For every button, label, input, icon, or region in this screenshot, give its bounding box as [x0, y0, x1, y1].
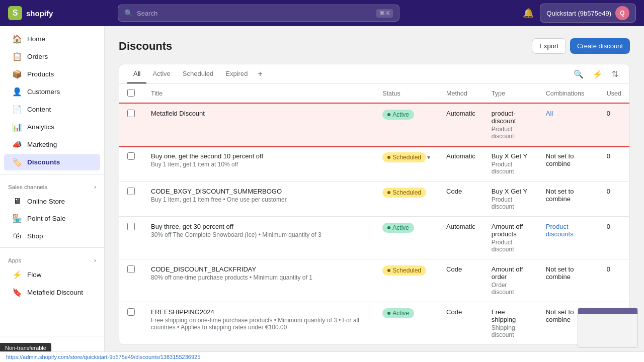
row-status-cell: Scheduled ▾	[374, 146, 438, 182]
table-header: Title Status Method Type Combinations Us…	[119, 84, 629, 104]
notifications-button[interactable]: 🔔	[523, 8, 534, 19]
row-checkbox[interactable]	[127, 308, 135, 316]
search-input[interactable]	[137, 10, 372, 17]
row-title-cell: Buy three, get 30 percent off 30% off Th…	[143, 217, 374, 259]
row-checkbox-cell	[119, 104, 143, 146]
row-checkbox[interactable]	[127, 223, 135, 230]
sort-button[interactable]: ⇅	[609, 67, 621, 81]
store-selector[interactable]: Quickstart (9b575e49) Q	[540, 4, 636, 23]
row-checkbox[interactable]	[127, 152, 135, 160]
sidebar-item-discounts[interactable]: 🏷️ Discounts	[4, 154, 100, 170]
combinations-col-header: Combinations	[538, 84, 599, 104]
row-title: Buy one, get the second 10 percent off	[151, 152, 366, 160]
row-title-cell: Metafield Discount	[143, 104, 374, 146]
row-type-primary: Free shipping	[492, 308, 530, 323]
row-method-cell: Code	[438, 259, 484, 302]
row-used-cell: 0	[599, 259, 629, 302]
sidebar-item-content[interactable]: 📄 Content	[4, 101, 100, 118]
sidebar-item-online-store[interactable]: 🖥 Online Store	[4, 193, 100, 209]
row-subtitle: 80% off one-time purchase products • Min…	[151, 274, 366, 281]
row-checkbox[interactable]	[127, 110, 135, 117]
sidebar-item-products[interactable]: 📦 Products	[4, 66, 100, 82]
table-row[interactable]: Buy three, get 30 percent off 30% off Th…	[119, 217, 629, 259]
sidebar-item-home[interactable]: 🏠 Home	[4, 31, 100, 47]
sidebar-item-label: Point of Sale	[27, 215, 66, 222]
table-row[interactable]: FREESHIPPING2024 Free shipping on one-ti…	[119, 302, 629, 345]
filter-button[interactable]: ⚡	[590, 67, 606, 81]
row-checkbox-cell	[119, 182, 143, 217]
status-url: https://admin.shopify.com/store/quicksta…	[6, 354, 200, 360]
row-subtitle: Free shipping on one-time purchase produ…	[151, 317, 366, 331]
sidebar-item-label: Metafield Discount	[27, 289, 83, 296]
search-filter-button[interactable]: 🔍	[571, 67, 587, 81]
sidebar-item-customers[interactable]: 👤 Customers	[4, 83, 100, 100]
sidebar-item-flow[interactable]: ⚡ Flow	[4, 266, 100, 283]
sidebar-item-label: Content	[27, 106, 51, 113]
sidebar-item-marketing[interactable]: 📣 Marketing	[4, 136, 100, 153]
sidebar-item-analytics[interactable]: 📊 Analytics	[4, 119, 100, 135]
row-title: Metafield Discount	[151, 110, 366, 117]
logo-text: shopify	[26, 9, 53, 18]
status-col-header: Status	[374, 84, 438, 104]
row-used-cell: 0	[599, 146, 629, 182]
tab-active[interactable]: Active	[146, 65, 176, 83]
tab-scheduled[interactable]: Scheduled	[177, 65, 219, 83]
row-type-cell: product-discount Product discount	[484, 104, 538, 146]
table-row[interactable]: Buy one, get the second 10 percent off B…	[119, 146, 629, 182]
row-combinations: Not set to combine	[546, 188, 574, 203]
title-col-header: Title	[143, 84, 374, 104]
filter-icon: ⚡	[593, 69, 603, 79]
export-button[interactable]: Export	[532, 38, 566, 54]
sidebar-item-shop[interactable]: 🛍 Shop	[4, 228, 100, 244]
table-row[interactable]: CODE_DISCOUNT_BLACKFRIDAY 80% off one-ti…	[119, 259, 629, 302]
flow-icon: ⚡	[12, 270, 22, 280]
avatar: Q	[615, 6, 629, 20]
logo[interactable]: S shopify	[8, 6, 53, 20]
row-type-secondary: Order discount	[492, 282, 530, 296]
sidebar-item-label: Marketing	[27, 141, 57, 148]
tab-all[interactable]: All	[127, 65, 146, 83]
search-shortcut: ⌘ K	[376, 9, 393, 18]
create-discount-button[interactable]: Create discount	[570, 38, 630, 54]
row-title: FREESHIPPING2024	[151, 308, 366, 316]
sidebar-item-orders[interactable]: 📋 Orders	[4, 48, 100, 65]
table-row[interactable]: Metafield Discount Active Automatic prod…	[119, 104, 629, 146]
status-dropdown-arrow[interactable]: ▾	[427, 154, 430, 161]
row-subtitle: 30% off The Complete Snowboard (Ice) • M…	[151, 231, 366, 238]
row-combinations-cell: Product discounts	[538, 217, 599, 259]
sales-channels-expand-icon[interactable]: ›	[94, 184, 96, 191]
row-title: Buy three, get 30 percent off	[151, 223, 366, 230]
row-title-cell: CODE_BXGY_DISCOUNT_SUMMERBOGO Buy 1 item…	[143, 182, 374, 217]
row-status-cell: Scheduled	[374, 182, 438, 217]
sidebar-item-point-of-sale[interactable]: 🏪 Point of Sale	[4, 210, 100, 227]
tab-add-button[interactable]: +	[254, 64, 266, 83]
apps-expand-icon[interactable]: ›	[94, 257, 96, 264]
row-method-cell: Code	[438, 302, 484, 345]
sidebar-item-metafield-discount[interactable]: 🔖 Metafield Discount	[4, 284, 100, 301]
row-combinations: Product discounts	[546, 223, 574, 238]
status-badge: Active	[382, 308, 414, 318]
row-status-cell: Active	[374, 302, 438, 345]
main-content: Discounts Export Create discount All Act…	[105, 26, 644, 362]
row-type-primary: Amount off order	[492, 265, 530, 281]
status-badge: Active	[382, 223, 414, 233]
select-all-checkbox[interactable]	[127, 89, 135, 97]
row-title-cell: FREESHIPPING2024 Free shipping on one-ti…	[143, 302, 374, 345]
row-subtitle: Buy 1 item, get 1 item free • One use pe…	[151, 196, 366, 203]
row-checkbox-cell	[119, 217, 143, 259]
row-type-primary: Amount off products	[492, 223, 530, 238]
store-name: Quickstart (9b575e49)	[546, 10, 611, 17]
home-icon: 🏠	[12, 34, 22, 44]
row-type-primary: Buy X Get Y	[492, 152, 530, 160]
marketing-icon: 📣	[12, 140, 22, 149]
row-checkbox[interactable]	[127, 265, 135, 273]
sidebar-item-label: Orders	[27, 53, 48, 60]
tab-expired[interactable]: Expired	[219, 65, 254, 83]
shopify-logo-icon: S	[8, 6, 22, 20]
row-checkbox-cell	[119, 146, 143, 182]
row-checkbox-cell	[119, 259, 143, 302]
table-row[interactable]: CODE_BXGY_DISCOUNT_SUMMERBOGO Buy 1 item…	[119, 182, 629, 217]
row-checkbox[interactable]	[127, 188, 135, 195]
status-badge: Scheduled	[382, 265, 426, 276]
search-bar[interactable]: 🔍 ⌘ K	[118, 5, 399, 22]
